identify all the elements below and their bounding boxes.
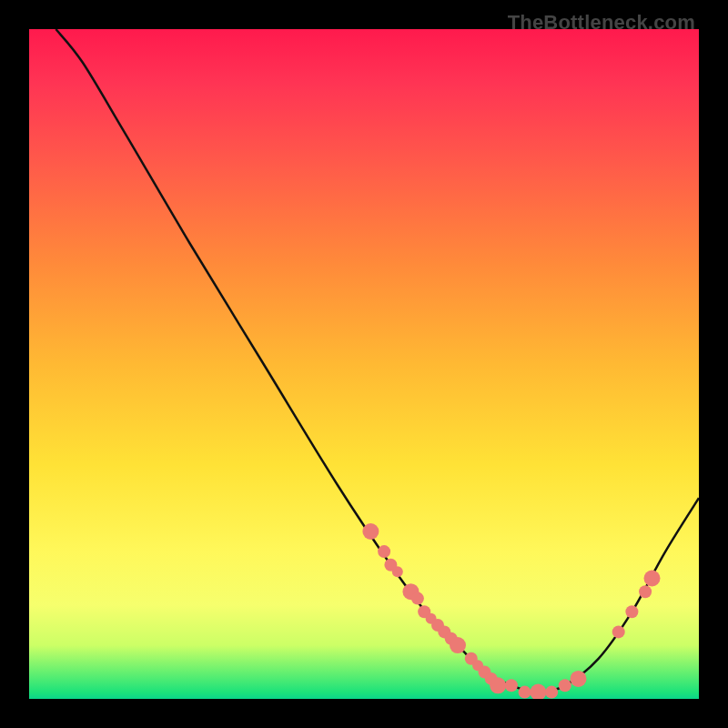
- data-point: [378, 545, 390, 558]
- data-point: [450, 637, 466, 653]
- data-point: [490, 677, 506, 693]
- data-point: [545, 686, 558, 699]
- data-point: [530, 684, 546, 699]
- data-point: [612, 625, 625, 638]
- data-point: [559, 679, 571, 692]
- curve-svg: [29, 29, 699, 699]
- data-point: [644, 571, 661, 587]
- data-dots: [362, 523, 660, 699]
- data-point: [411, 592, 424, 605]
- data-point: [362, 523, 379, 540]
- data-point: [519, 686, 531, 699]
- data-point: [625, 605, 638, 618]
- chart-container: TheBottleneck.com: [0, 0, 728, 728]
- data-point: [505, 679, 518, 692]
- plot-area: [29, 29, 699, 699]
- bottleneck-curve: [56, 29, 699, 693]
- data-point: [571, 671, 587, 687]
- data-point: [392, 566, 403, 577]
- data-point: [639, 585, 652, 598]
